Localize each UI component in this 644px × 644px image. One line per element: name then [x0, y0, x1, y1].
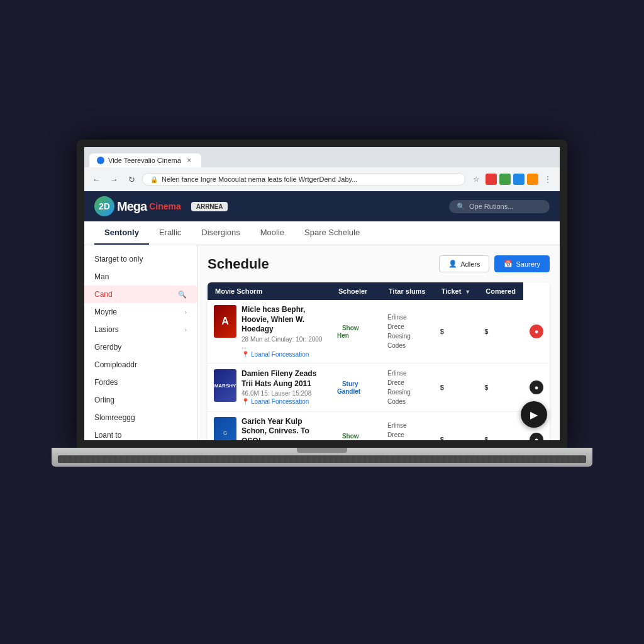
- logo-mega: Mega: [117, 199, 147, 214]
- movie-meta-2: 46.0M 15: Lauser 15:208: [242, 390, 325, 397]
- forward-button[interactable]: →: [107, 172, 121, 186]
- nav-item-disergions[interactable]: Disergions: [191, 221, 250, 245]
- details-cell-2: ErlinseDrece RoesingCodes: [381, 363, 434, 411]
- movie-cell-3: G Garich Year Kulp Schon, Cnirves. To OS…: [208, 411, 331, 440]
- ext-red[interactable]: [486, 174, 497, 185]
- tab-close-icon[interactable]: ✕: [185, 156, 194, 165]
- ext-blue[interactable]: [513, 174, 525, 185]
- price-cell-2: $: [434, 363, 479, 411]
- location-link-1[interactable]: 📍 Loanal Foncessation: [242, 351, 325, 358]
- action-cell-1[interactable]: ●: [523, 300, 550, 363]
- logo-letter: 2D: [99, 201, 110, 211]
- browser-tab[interactable]: Vide Teerevalio Cinema ✕: [89, 153, 201, 167]
- laptop-base: [52, 448, 592, 467]
- movie-cell-2: MARSHY Damien Fileny Zeads Trii Hats Aun…: [208, 363, 331, 411]
- col-details-1: ErlinseDrece RoesingCodes: [387, 313, 428, 350]
- ext-green[interactable]: [499, 174, 511, 185]
- col-schoeler: Schoeler: [331, 282, 381, 300]
- content-area: Schedule 👤 Adlers 📅 Saurery: [197, 245, 560, 440]
- search-icon: 🔍: [457, 203, 465, 211]
- location-link-2[interactable]: 📍 Loanal Foncessation: [242, 398, 325, 405]
- browser-toolbar: ← → ↻ 🔒 Nelen fance Ingre Mocoulat nema …: [84, 167, 560, 191]
- calendar-icon: 📅: [504, 260, 513, 268]
- movie-row-1: A Micle hcas Bephr, Hoovie, Whlen W. Hoe…: [214, 305, 325, 358]
- movie-poster-1: A: [214, 305, 236, 338]
- play-float-button[interactable]: ▶: [521, 401, 547, 428]
- sidebar: Starget to only Man Cand 🔍 Moyrle › Las: [84, 245, 197, 440]
- laptop-notch: [297, 448, 347, 453]
- nav-item-erallic[interactable]: Erallic: [149, 221, 191, 245]
- sidebar-item-fordes[interactable]: Fordes: [84, 374, 197, 391]
- sidebar-item-man[interactable]: Man: [84, 268, 197, 286]
- browser-chrome: Vide Teerevalio Cinema ✕ ← → ↻ 🔒 Nelen f…: [84, 147, 560, 191]
- browser-tabs: Vide Teerevalio Cinema ✕: [84, 147, 560, 167]
- status-cell-2: Stury Gandlet: [331, 363, 381, 411]
- sidebar-item-lasiors[interactable]: Lasiors ›: [84, 321, 197, 338]
- nav-item-spare[interactable]: Spare Schelule: [294, 221, 370, 245]
- main-layout: Starget to only Man Cand 🔍 Moyrle › Las: [84, 245, 560, 440]
- nav-item-sentonly[interactable]: Sentonly: [94, 221, 149, 245]
- sidebar-item-grerdby[interactable]: Grerdby: [84, 338, 197, 356]
- chevron-right-icon-2: ›: [185, 326, 187, 333]
- col-details-2: ErlinseDrece RoesingCodes: [387, 369, 428, 406]
- refresh-button[interactable]: ↻: [125, 172, 138, 186]
- star-icon[interactable]: ☆: [469, 172, 483, 186]
- movie-name-3: Garich Year Kulp Schon, Cnirves. To OSO!: [242, 417, 325, 440]
- filter-icon: 👤: [448, 260, 457, 268]
- page-title: Schedule: [208, 256, 269, 272]
- content-header: Schedule 👤 Adlers 📅 Saurery: [208, 255, 550, 272]
- sidebar-item-comiploaddr[interactable]: Comiploaddr: [84, 356, 197, 374]
- table-row: A Micle hcas Bephr, Hoovie, Whlen W. Hoe…: [208, 300, 550, 363]
- summary-button[interactable]: 📅 Saurery: [494, 255, 550, 272]
- address-text: Nelen fance Ingre Mocoulat nema leats fo…: [162, 175, 357, 183]
- search-icon-small: 🔍: [178, 291, 187, 299]
- nav-item-moolie[interactable]: Moolie: [250, 221, 294, 245]
- logo: 2D Mega Cinema: [94, 196, 181, 216]
- price2-cell-3: $: [478, 411, 523, 440]
- status-cell-1: Show Hen: [331, 300, 381, 363]
- logo-cinema: Cinema: [149, 201, 181, 211]
- price-cell-3: $: [434, 411, 479, 440]
- tab-favicon: [97, 157, 104, 164]
- menu-icon[interactable]: ⋮: [541, 172, 555, 186]
- sidebar-item-orling[interactable]: Orling: [84, 391, 197, 409]
- movie-info-2: Damien Fileny Zeads Trii Hats Aung 2011 …: [242, 369, 325, 405]
- movie-meta-1: 28 Mun at Cinulay: 10r: 2000 ...: [242, 336, 325, 350]
- browser-actions: ☆ ⋮: [469, 172, 555, 186]
- sidebar-item-starget[interactable]: Starget to only: [84, 250, 197, 268]
- col-movie: Movie Schorm: [208, 282, 331, 300]
- movie-row-2: MARSHY Damien Fileny Zeads Trii Hats Aun…: [214, 369, 325, 405]
- location-icon-1: 📍: [242, 351, 249, 358]
- action-btn-3[interactable]: ●: [530, 433, 543, 440]
- action-btn-1[interactable]: ●: [530, 325, 543, 338]
- site-nav: Sentonly Erallic Disergions Moolie Spare…: [84, 221, 560, 245]
- sidebar-item-cand[interactable]: Cand 🔍: [84, 286, 197, 303]
- back-button[interactable]: ←: [89, 172, 103, 186]
- col-titar: Titar slums: [381, 282, 434, 300]
- location-icon-2: 📍: [242, 398, 249, 405]
- logo-icon: 2D: [94, 196, 114, 216]
- filters-button[interactable]: 👤 Adlers: [439, 255, 489, 272]
- header-search[interactable]: 🔍 Ope Rutions...: [449, 200, 550, 213]
- movie-cell-1: A Micle hcas Bephr, Hoovie, Whlen W. Hoe…: [208, 300, 331, 363]
- status-cell-3: Show Hen: [331, 411, 381, 440]
- table-row: G Garich Year Kulp Schon, Cnirves. To OS…: [208, 411, 550, 440]
- partner-badge: ARRNEA: [191, 202, 228, 211]
- address-bar[interactable]: 🔒 Nelen fance Ingre Mocoulat nema leats …: [142, 173, 465, 186]
- action-btn-2[interactable]: ●: [530, 380, 543, 394]
- sidebar-item-moyrle[interactable]: Moyrle ›: [84, 303, 197, 321]
- sidebar-item-slomreeggg[interactable]: Slomreeggg: [84, 409, 197, 426]
- sidebar-item-loant[interactable]: Loant to: [84, 426, 197, 440]
- price-cell-1: $: [434, 300, 479, 363]
- price2-cell-1: $: [478, 300, 523, 363]
- col-ticket[interactable]: Ticket ▼: [434, 282, 479, 300]
- movie-info-3: Garich Year Kulp Schon, Cnirves. To OSO!…: [242, 417, 325, 440]
- site-content: 2D Mega Cinema ARRNEA 🔍 Ope Rutions... S…: [84, 191, 560, 440]
- movie-name-2: Damien Fileny Zeads Trii Hats Aung 2011: [242, 369, 325, 389]
- ext-yellow[interactable]: [527, 174, 538, 185]
- movie-poster-3: G: [214, 417, 236, 440]
- status-badge-1: Show Hen: [337, 323, 359, 340]
- tab-label: Vide Teerevalio Cinema: [108, 157, 181, 164]
- site-header: 2D Mega Cinema ARRNEA 🔍 Ope Rutions...: [84, 191, 560, 221]
- price2-cell-2: $: [478, 363, 523, 411]
